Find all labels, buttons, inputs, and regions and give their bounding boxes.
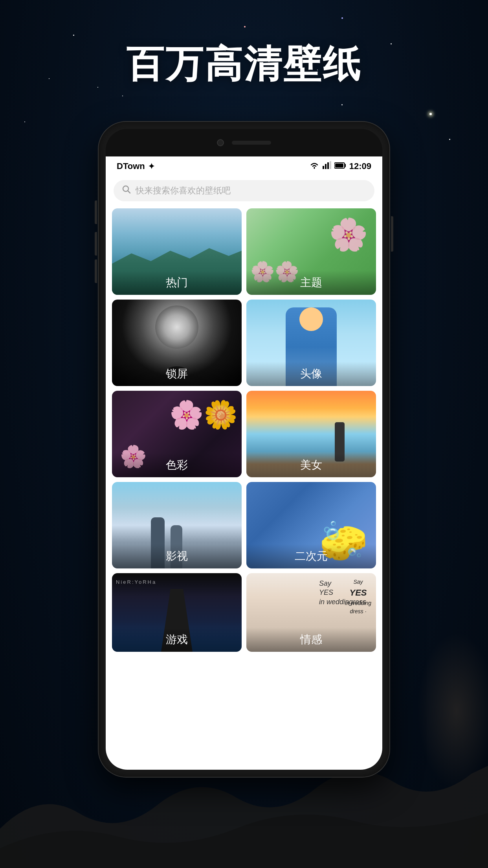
category-label-yingshi: 影视: [112, 544, 242, 568]
category-label-qinggan: 情感: [246, 627, 376, 652]
phone-speaker: [232, 141, 271, 145]
search-placeholder-text: 快来搜索你喜欢的壁纸吧: [136, 185, 231, 197]
phone-outer-shell: DTown ✦: [99, 122, 389, 777]
svg-line-8: [128, 191, 130, 193]
category-label-secai: 色彩: [112, 453, 242, 477]
search-icon: [122, 185, 131, 196]
category-item-erciyuan[interactable]: 二次元: [246, 482, 376, 568]
deco-right: [417, 632, 488, 789]
category-item-yingshi[interactable]: 影视: [112, 482, 242, 568]
battery-icon: [334, 161, 346, 171]
phone-inner: DTown ✦: [106, 129, 382, 770]
status-right: 12:09: [309, 161, 371, 171]
phone-mockup: DTown ✦: [99, 122, 389, 777]
category-item-zhuti[interactable]: 主题: [246, 208, 376, 295]
category-item-touxiang[interactable]: 头像: [246, 300, 376, 386]
category-label-zhuti: 主题: [246, 270, 376, 295]
phone-screen: DTown ✦: [106, 156, 382, 770]
category-item-secai[interactable]: 色彩: [112, 391, 242, 477]
front-camera: [217, 139, 224, 146]
hero-title: 百万高清壁纸: [0, 39, 488, 90]
category-label-meinv: 美女: [246, 453, 376, 477]
category-grid: 热门 主题 锁屏 头像: [106, 208, 382, 658]
category-label-erciyuan: 二次元: [246, 544, 376, 568]
svg-rect-0: [323, 166, 324, 169]
phone-top-bar: [106, 129, 382, 156]
svg-rect-5: [345, 164, 346, 167]
category-item-qinggan[interactable]: SayYESin weddingdress · 情感: [246, 573, 376, 652]
svg-rect-1: [325, 164, 327, 169]
svg-rect-3: [330, 161, 331, 169]
category-item-remen[interactable]: 热门: [112, 208, 242, 295]
category-label-remen: 热门: [112, 270, 242, 295]
search-bar[interactable]: 快来搜索你喜欢的壁纸吧: [114, 180, 374, 201]
signal-icon: [323, 161, 331, 171]
status-bar: DTown ✦: [106, 156, 382, 176]
category-label-touxiang: 头像: [246, 362, 376, 386]
svg-rect-6: [335, 164, 343, 167]
svg-rect-2: [327, 162, 329, 169]
wifi-icon: [309, 161, 319, 171]
time-label: 12:09: [349, 161, 371, 171]
category-label-suoping: 锁屏: [112, 362, 242, 386]
dtown-icon: ✦: [148, 162, 155, 171]
app-name-label: DTown: [117, 161, 145, 171]
status-left: DTown ✦: [117, 161, 155, 171]
category-label-youxi: 游戏: [112, 627, 242, 652]
category-item-suoping[interactable]: 锁屏: [112, 300, 242, 386]
category-item-youxi[interactable]: NieR:YoRHa 游戏: [112, 573, 242, 652]
category-item-meinv[interactable]: 美女: [246, 391, 376, 477]
